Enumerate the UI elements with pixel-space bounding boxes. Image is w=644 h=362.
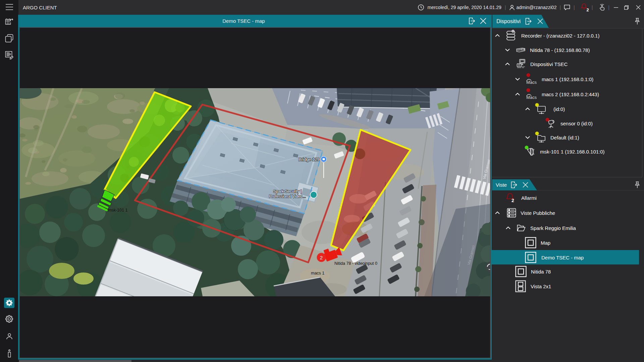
svg-text:2: 2	[320, 255, 323, 260]
svg-text:2: 2	[512, 198, 514, 203]
svg-text:Bridge 129: Bridge 129	[299, 157, 320, 162]
svg-text:Nitida 78 - videoinput 0: Nitida 78 - videoinput 0	[334, 261, 377, 266]
svg-text:Macs: Macs	[526, 95, 537, 100]
svg-text:Spark Security |: Spark Security |	[273, 189, 302, 194]
svg-text:Professional Video...: Professional Video...	[269, 194, 306, 199]
svg-text:macs 1: macs 1	[311, 271, 324, 276]
svg-text:Macs: Macs	[526, 80, 537, 85]
svg-text:msk-101 1: msk-101 1	[108, 208, 127, 213]
